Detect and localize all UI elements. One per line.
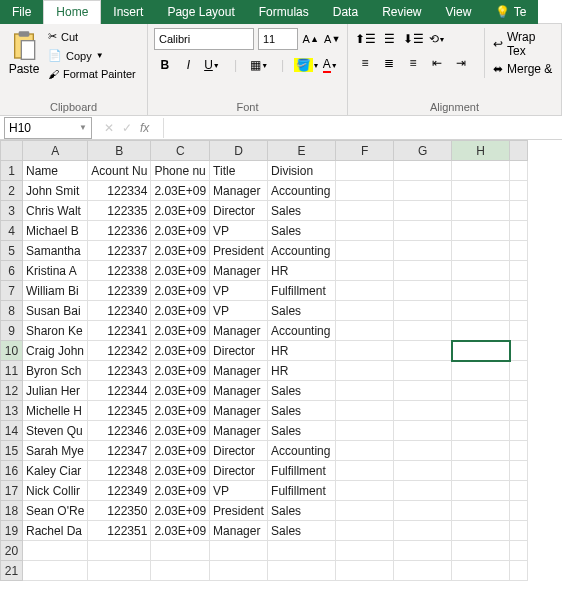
font-name-select[interactable] [154,28,254,50]
cell[interactable] [394,381,452,401]
cell[interactable] [88,541,151,561]
row-header-1[interactable]: 1 [1,161,23,181]
cell[interactable] [394,361,452,381]
cell[interactable]: VP [210,301,268,321]
cell[interactable]: Name [23,161,88,181]
cell[interactable]: 2.03E+09 [151,481,210,501]
enter-icon[interactable]: ✓ [122,121,132,135]
cell[interactable] [151,541,210,561]
cell[interactable] [336,261,394,281]
cell[interactable]: Division [268,161,336,181]
cell[interactable] [336,341,394,361]
cell[interactable]: Sharon Ke [23,321,88,341]
format-painter-button[interactable]: 🖌Format Painter [46,66,138,82]
tab-tell-me[interactable]: 💡 Te [483,0,538,24]
cell[interactable]: 2.03E+09 [151,381,210,401]
row-header-14[interactable]: 14 [1,421,23,441]
cell[interactable]: 122335 [88,201,151,221]
cell[interactable]: HR [268,361,336,381]
cell[interactable]: Sales [268,521,336,541]
cell[interactable]: 122339 [88,281,151,301]
paste-button[interactable]: Paste [6,28,42,82]
cell[interactable]: 2.03E+09 [151,181,210,201]
cell[interactable]: Title [210,161,268,181]
cell[interactable]: John Smit [23,181,88,201]
cell[interactable]: 2.03E+09 [151,501,210,521]
cell[interactable]: Craig John [23,341,88,361]
cell[interactable]: 2.03E+09 [151,281,210,301]
cell[interactable]: Sarah Mye [23,441,88,461]
cell[interactable]: 2.03E+09 [151,521,210,541]
cell[interactable] [394,501,452,521]
cell[interactable]: 2.03E+09 [151,361,210,381]
cell[interactable]: 122349 [88,481,151,501]
row-header-13[interactable]: 13 [1,401,23,421]
cell[interactable] [268,541,336,561]
row-header-11[interactable]: 11 [1,361,23,381]
cell[interactable]: 2.03E+09 [151,401,210,421]
cell[interactable] [336,521,394,541]
cell[interactable] [394,561,452,581]
cell[interactable]: Accounting [268,241,336,261]
col-header-E[interactable]: E [268,141,336,161]
row-header-21[interactable]: 21 [1,561,23,581]
cell[interactable] [151,561,210,581]
cell[interactable]: Susan Bai [23,301,88,321]
spreadsheet-grid[interactable]: ABCDEFGH1NameAcount NuPhone nuTitleDivis… [0,140,562,581]
increase-indent-button[interactable]: ⇥ [450,52,472,74]
cell[interactable] [336,441,394,461]
cell[interactable] [336,241,394,261]
font-color-button[interactable]: A▼ [319,54,341,76]
row-header-12[interactable]: 12 [1,381,23,401]
cell[interactable]: 122345 [88,401,151,421]
cell[interactable] [394,221,452,241]
cell[interactable] [452,181,510,201]
cell[interactable] [394,441,452,461]
name-box[interactable]: H10▼ [4,117,92,139]
cell[interactable] [336,401,394,421]
decrease-indent-button[interactable]: ⇤ [426,52,448,74]
cell[interactable]: 2.03E+09 [151,301,210,321]
cell[interactable]: Fulfillment [268,481,336,501]
cell[interactable] [394,481,452,501]
cell[interactable]: 2.03E+09 [151,261,210,281]
row-header-18[interactable]: 18 [1,501,23,521]
cell[interactable] [394,401,452,421]
orientation-button[interactable]: ⟲▼ [426,28,448,50]
cell[interactable]: Samantha [23,241,88,261]
cell[interactable] [452,321,510,341]
cell[interactable]: 122343 [88,361,151,381]
cell[interactable] [452,421,510,441]
col-header-F[interactable]: F [336,141,394,161]
cell[interactable]: Acount Nu [88,161,151,181]
cell[interactable] [336,481,394,501]
merge-center-button[interactable]: ⬌Merge & [491,60,555,78]
cell[interactable]: Manager [210,321,268,341]
cell[interactable]: Manager [210,261,268,281]
tab-insert[interactable]: Insert [101,0,155,24]
cell[interactable]: HR [268,261,336,281]
cell[interactable] [23,541,88,561]
cell[interactable] [210,561,268,581]
cell[interactable]: 122341 [88,321,151,341]
cell[interactable] [452,541,510,561]
tab-file[interactable]: File [0,0,43,24]
row-header-3[interactable]: 3 [1,201,23,221]
cell[interactable]: 122346 [88,421,151,441]
cell[interactable]: Manager [210,381,268,401]
cell[interactable] [336,221,394,241]
align-bottom-button[interactable]: ⬇☰ [402,28,424,50]
row-header-20[interactable]: 20 [1,541,23,561]
tab-formulas[interactable]: Formulas [247,0,321,24]
tab-view[interactable]: View [434,0,484,24]
borders-button[interactable]: ▦▼ [248,54,270,76]
cell[interactable]: Director [210,341,268,361]
cell[interactable] [394,461,452,481]
row-header-4[interactable]: 4 [1,221,23,241]
cell[interactable] [452,281,510,301]
cell[interactable]: Sales [268,221,336,241]
cell[interactable] [452,301,510,321]
cell[interactable]: VP [210,221,268,241]
cell[interactable]: 122337 [88,241,151,261]
cell[interactable] [452,401,510,421]
